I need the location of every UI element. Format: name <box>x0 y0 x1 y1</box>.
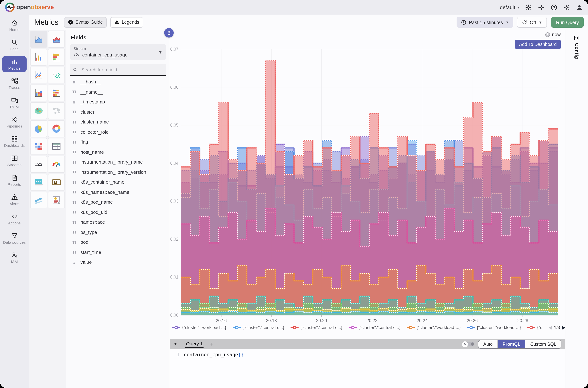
stream-select-value: container_cpu_usage <box>82 52 128 57</box>
query-mode-promql[interactable]: PromQL <box>498 340 525 348</box>
chart-type-html[interactable]: </> <box>30 174 47 191</box>
chart-type-metric[interactable]: 123 <box>30 156 47 173</box>
settings-gear-icon[interactable] <box>563 4 570 11</box>
chart-type-table[interactable] <box>48 138 65 155</box>
chart-type-maps[interactable] <box>48 102 65 119</box>
field-row-os_type[interactable]: Ttos_type <box>70 227 166 237</box>
field-row-cluster_name[interactable]: Ttcluster_name <box>70 117 166 127</box>
query-editor[interactable]: 1 container_cpu_usage{} <box>170 349 565 388</box>
org-selector[interactable]: default ▾ <box>500 4 519 10</box>
field-row-k8s_pod_uid[interactable]: Ttk8s_pod_uid <box>70 207 166 217</box>
field-row-k8s_pod_name[interactable]: Ttk8s_pod_name <box>70 197 166 207</box>
promql-code[interactable]: container_cpu_usage{} <box>184 352 244 357</box>
chart-type-geomap[interactable] <box>30 102 47 119</box>
chart-type-gauge[interactable] <box>48 156 65 173</box>
clock-icon <box>545 32 550 37</box>
sidebar-item-pipelines[interactable]: Pipelines <box>2 114 26 130</box>
field-row-instrumentation_library_name[interactable]: Ttinstrumentation_library_name <box>70 157 166 167</box>
field-row-collector_role[interactable]: Ttcollector_role <box>70 127 166 137</box>
chart-type-custom[interactable] <box>48 192 65 208</box>
legend-item-3[interactable]: {"cluster":"central-c...} <box>349 325 401 330</box>
field-row-start_time[interactable]: Ttstart_time <box>70 247 166 257</box>
field-row-k8s_namespace_name[interactable]: Ttk8s_namespace_name <box>70 187 166 197</box>
chart-type-donut[interactable] <box>48 120 65 137</box>
sidebar-item-alerts[interactable]: Alerts <box>2 192 26 207</box>
query-tab[interactable]: Query 1 <box>185 340 204 348</box>
config-tab[interactable]: Config <box>574 43 579 59</box>
refresh-interval-value: Off <box>530 20 536 25</box>
legend-item-6[interactable]: {"c <box>527 325 542 330</box>
refresh-interval-picker[interactable]: Off ▼ <box>517 17 547 28</box>
field-row-flag[interactable]: Ttflag <box>70 137 166 147</box>
sidebar-item-iam[interactable]: IAM <box>2 250 26 266</box>
legend-label: {"cluster":"central-c...} <box>300 325 342 330</box>
legend-item-5[interactable]: {"cluster":"workload-...} <box>467 325 521 330</box>
chart-type-h-bar[interactable] <box>48 49 65 66</box>
chart-type-stacked[interactable] <box>30 85 47 101</box>
chart-type-line[interactable] <box>30 67 47 83</box>
stream-select[interactable]: Stream container_cpu_usage ▼ <box>70 44 166 60</box>
legend-prev-icon[interactable]: ◀ <box>548 325 552 330</box>
field-search[interactable] <box>70 64 166 76</box>
theme-toggle-icon[interactable] <box>525 4 532 11</box>
chart-type-area[interactable] <box>30 31 47 48</box>
slack-icon[interactable] <box>538 4 545 11</box>
sidebar-item-logs[interactable]: Logs <box>2 37 26 53</box>
sidebar-item-label: Reports <box>8 182 21 186</box>
time-range-picker[interactable]: Past 15 Minutes ▼ <box>456 17 513 28</box>
chart-type-area-stacked[interactable] <box>48 31 65 48</box>
field-row-__hash__[interactable]: #__hash__ <box>70 77 166 87</box>
chart-type-bar[interactable] <box>30 49 47 66</box>
field-row-__name__[interactable]: Tt__name__ <box>70 87 166 97</box>
sidebar-item-home[interactable]: Home <box>2 18 26 33</box>
field-row-instrumentation_library_version[interactable]: Ttinstrumentation_library_version <box>70 167 166 177</box>
sidebar-item-datasources[interactable]: Data sources <box>2 230 26 246</box>
sidebar-item-traces[interactable]: Traces <box>2 75 26 92</box>
query-mode-custom-sql[interactable]: Custom SQL <box>525 340 561 348</box>
sidebar-item-metrics[interactable]: Metrics <box>2 56 26 72</box>
field-row-namespace[interactable]: Ttnamespace <box>70 217 166 227</box>
query-mode-auto[interactable]: Auto <box>479 340 498 348</box>
sidebar-item-actions[interactable]: Actions <box>2 211 26 227</box>
gauge-icon <box>73 52 79 58</box>
chart-type-h-stacked[interactable] <box>48 85 65 101</box>
help-icon[interactable] <box>550 4 557 11</box>
field-row-value[interactable]: #value <box>70 257 166 267</box>
fx-toggle[interactable]: fx <box>462 341 475 347</box>
sidebar-item-rum[interactable]: RUM <box>2 95 26 111</box>
sidebar: HomeLogsMetricsTracesRUMPipelinesDashboa… <box>0 15 29 388</box>
text-field-icon: Tt <box>71 150 77 154</box>
field-search-input[interactable] <box>81 67 163 73</box>
svg-text:20:18: 20:18 <box>266 318 277 323</box>
field-row-pod[interactable]: Ttpod <box>70 237 166 247</box>
field-row-cluster[interactable]: Ttcluster <box>70 107 166 117</box>
config-arrows-icon[interactable] <box>574 35 580 41</box>
chart-type-scatter[interactable] <box>48 67 65 83</box>
field-name: cluster_name <box>80 119 109 125</box>
legend-item-0[interactable]: {"cluster":"workload-...} <box>172 325 226 330</box>
user-account-icon[interactable] <box>576 4 583 11</box>
fx-icon: fx <box>462 341 468 347</box>
syntax-guide-button[interactable]: ? Syntax Guide <box>64 17 107 27</box>
text-field-icon: Tt <box>71 200 77 204</box>
sidebar-item-dashboards[interactable]: Dashboards <box>2 134 26 149</box>
field-row-host_name[interactable]: Tthost_name <box>70 147 166 157</box>
chart-type-markdown[interactable]: M↓ <box>48 174 65 191</box>
chart-type-pie[interactable] <box>30 120 47 137</box>
run-query-button[interactable]: Run Query <box>551 17 584 28</box>
field-row-k8s_container_name[interactable]: Ttk8s_container_name <box>70 177 166 187</box>
chevron-down-icon: ▾ <box>517 5 519 9</box>
sidebar-item-reports[interactable]: Reports <box>2 172 26 188</box>
add-query-button[interactable]: + <box>210 341 214 347</box>
legend-item-4[interactable]: {"cluster":"workload-...} <box>407 325 461 330</box>
legend-item-1[interactable]: {"cluster":"central-c...} <box>232 325 284 330</box>
field-list: #__hash__Tt__name__#_timestampTtclusterT… <box>70 77 166 267</box>
chart-type-sankey[interactable] <box>30 192 47 208</box>
legend-item-2[interactable]: {"cluster":"central-c...} <box>291 325 342 330</box>
chart-type-heatmap[interactable] <box>30 138 47 155</box>
legends-button[interactable]: Legends <box>111 17 143 27</box>
sidebar-item-streams[interactable]: Streams <box>2 153 26 169</box>
panel-drag-handle-icon[interactable] <box>164 28 174 38</box>
query-collapse-caret-icon[interactable]: ▼ <box>174 342 177 346</box>
field-row-_timestamp[interactable]: #_timestamp <box>70 97 166 107</box>
